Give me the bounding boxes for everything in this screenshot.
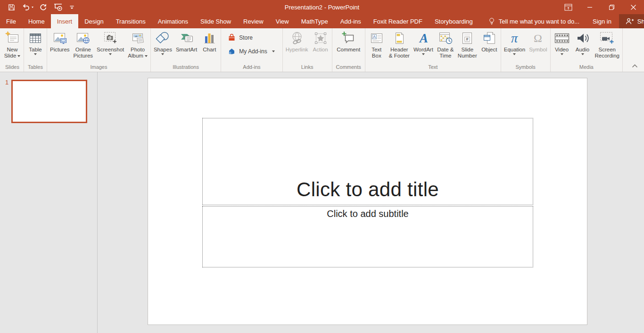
header-footer-button[interactable]: Header& Footer	[387, 28, 412, 64]
redo-button[interactable]	[40, 0, 47, 14]
screen-recording-button[interactable]: ScreenRecording	[593, 28, 621, 64]
online-pictures-button[interactable]: OnlinePictures	[72, 28, 95, 64]
date-time-button[interactable]: Date &Time	[435, 28, 456, 64]
tab-review[interactable]: Review	[237, 14, 270, 28]
tab-file[interactable]: File	[0, 14, 22, 28]
video-button[interactable]: Video	[552, 28, 572, 64]
save-icon	[8, 3, 16, 11]
tab-view[interactable]: View	[270, 14, 295, 28]
tab-mathtype[interactable]: MathType	[295, 14, 334, 28]
tab-home[interactable]: Home	[22, 14, 51, 28]
ribbon-group-label-media: Media	[551, 64, 622, 72]
text-box-button[interactable]: ATextBox	[366, 28, 387, 64]
chart-icon	[202, 31, 217, 46]
window-controls	[557, 0, 644, 14]
undo-button[interactable]	[22, 0, 33, 14]
ribbon-display-options-button[interactable]	[557, 0, 579, 14]
subtitle-placeholder-text: Click to add subtitle	[327, 208, 408, 219]
tab-slide-show[interactable]: Slide Show	[194, 14, 237, 28]
shapes-icon	[155, 31, 170, 46]
screen-recording-icon	[599, 31, 615, 46]
tab-animations[interactable]: Animations	[152, 14, 194, 28]
title-bar: Presentation2 - PowerPoint	[0, 0, 644, 14]
collapse-ribbon-button[interactable]	[630, 63, 639, 69]
action-icon	[313, 31, 328, 46]
ribbon-group-comments: CommentComments	[332, 28, 365, 72]
object-icon	[482, 31, 497, 46]
store-icon	[228, 33, 236, 42]
dropdown-caret-icon	[17, 55, 20, 58]
store-button[interactable]: Store	[228, 33, 274, 42]
date-time-icon	[438, 31, 453, 46]
slide-thumbnail-panel: 1	[0, 72, 98, 333]
header-footer-icon	[392, 31, 407, 46]
object-button[interactable]: Object	[479, 28, 500, 64]
comment-button[interactable]: Comment	[335, 28, 362, 64]
video-icon	[554, 31, 570, 46]
table-icon	[28, 31, 43, 46]
ribbon-group-label-images: Images	[47, 64, 150, 72]
close-button[interactable]	[622, 0, 644, 14]
equation-button[interactable]: πEquation	[502, 28, 527, 64]
my-add-ins-button[interactable]: My Add-ins	[228, 47, 274, 55]
ribbon-group-label-text: Text	[365, 64, 501, 72]
save-button[interactable]	[8, 0, 16, 14]
photo-album-button[interactable]: PhotoAlbum	[126, 28, 149, 64]
tab-add-ins[interactable]: Add-ins	[334, 14, 367, 28]
close-icon	[630, 4, 636, 10]
slide-thumbnail[interactable]	[11, 80, 87, 123]
ribbon-group-label-illustrations: Illustrations	[151, 64, 221, 72]
hyperlink-button: Hyperlink	[284, 28, 310, 64]
action-button: Action	[310, 28, 331, 64]
audio-button[interactable]: Audio	[572, 28, 593, 64]
dropdown-caret-icon	[34, 53, 37, 57]
wordart-icon: A	[416, 31, 431, 46]
share-button[interactable]: Share	[619, 14, 644, 28]
tab-insert[interactable]: Insert	[51, 14, 79, 28]
minimize-button[interactable]	[579, 0, 601, 14]
title-placeholder[interactable]: Click to add title	[202, 118, 533, 205]
tab-foxit-reader-pdf[interactable]: Foxit Reader PDF	[367, 14, 429, 28]
smartart-button[interactable]: SmartArt	[174, 28, 199, 64]
dropdown-caret-icon	[109, 53, 112, 57]
ribbon-group-label-slides: Slides	[1, 64, 24, 72]
ribbon-group-links: HyperlinkActionLinks	[283, 28, 332, 72]
start-from-beginning-button[interactable]	[53, 0, 63, 14]
shapes-button[interactable]: Shapes	[152, 28, 174, 64]
dropdown-caret-icon	[561, 53, 563, 57]
chart-button[interactable]: Chart	[199, 28, 220, 64]
svg-text:A: A	[419, 31, 428, 45]
slide-number-button[interactable]: #SlideNumber	[456, 28, 479, 64]
tab-storyboarding[interactable]: Storyboarding	[429, 14, 479, 28]
new-slide-icon	[5, 31, 20, 46]
tell-me-box[interactable]: Tell me what you want to do...	[483, 14, 585, 28]
customize-quick-access-toolbar-button[interactable]	[69, 0, 75, 14]
sign-in-button[interactable]: Sign in	[585, 14, 619, 28]
tab-transitions[interactable]: Transitions	[110, 14, 152, 28]
svg-text:Ω: Ω	[534, 32, 542, 44]
restore-icon	[609, 4, 615, 10]
symbol-icon: Ω	[530, 31, 545, 46]
ribbon-group-images: PicturesOnlinePicturesScreenshotPhotoAlb…	[47, 28, 151, 72]
undo-icon	[22, 4, 30, 11]
screenshot-button[interactable]: Screenshot	[95, 28, 126, 64]
audio-icon	[575, 31, 590, 46]
dropdown-caret-icon	[422, 53, 425, 57]
dropdown-caret-icon	[272, 50, 275, 54]
table-button[interactable]: Table	[25, 28, 46, 64]
editing-area: Click to add title Click to add subtitle	[98, 72, 644, 333]
restore-button[interactable]	[601, 0, 622, 14]
ribbon-group-label-comments: Comments	[332, 64, 365, 72]
ribbon-group-label-add-ins: Add-ins	[221, 64, 282, 72]
ribbon-display-options-icon	[564, 4, 572, 11]
tab-design[interactable]: Design	[78, 14, 109, 28]
slide-canvas[interactable]: Click to add title Click to add subtitle	[148, 78, 587, 325]
ribbon-group-label-links: Links	[283, 64, 332, 72]
pictures-button[interactable]: Pictures	[48, 28, 72, 64]
subtitle-placeholder[interactable]: Click to add subtitle	[202, 206, 533, 267]
lightbulb-icon	[488, 17, 495, 25]
new-slide-button[interactable]: NewSlide	[2, 28, 23, 64]
minimize-icon	[587, 4, 593, 10]
workspace: 1 Click to add title Click to add subtit…	[0, 72, 644, 333]
wordart-button[interactable]: AWordArt	[412, 28, 435, 64]
